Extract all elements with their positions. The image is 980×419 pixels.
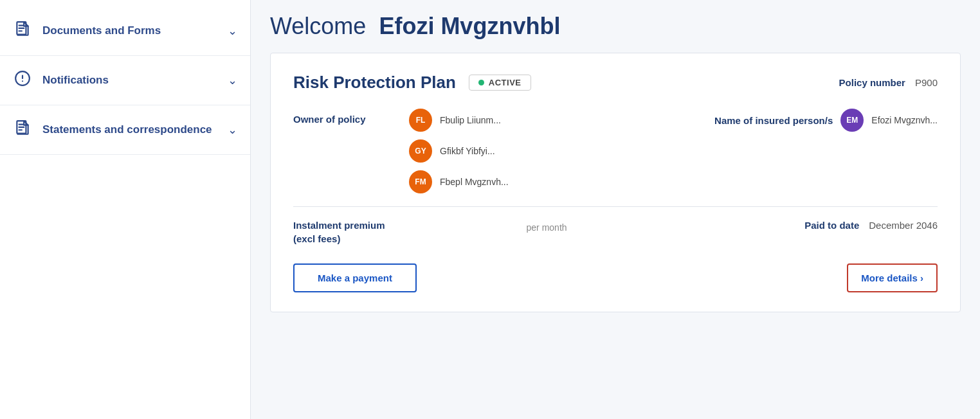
chevron-down-icon-documents: ⌄ xyxy=(228,24,237,38)
status-dot xyxy=(478,80,484,85)
main-content: Welcome Efozi Mvgznvhbl Risk Protection … xyxy=(251,0,980,419)
more-details-label: More details xyxy=(861,272,918,283)
statements-icon xyxy=(13,120,32,140)
documents-icon xyxy=(13,21,32,41)
status-badge: ACTIVE xyxy=(469,75,531,91)
owner-label: Owner of policy xyxy=(293,109,396,125)
sidebar: Documents and Forms ⌄ Notifications ⌄ St… xyxy=(0,0,251,419)
policy-number-value: P900 xyxy=(915,77,938,88)
make-payment-button[interactable]: Make a payment xyxy=(293,263,417,292)
welcome-label: Welcome xyxy=(270,13,366,40)
policy-card: Risk Protection Plan ACTIVE Policy numbe… xyxy=(270,53,961,312)
premium-label-line1: Instalment premium xyxy=(293,220,385,231)
more-details-button[interactable]: More details › xyxy=(847,263,938,292)
policy-bottom-row: Instalment premium (excl fees) per month… xyxy=(293,220,938,244)
avatar-fl: FL xyxy=(409,109,432,132)
owner-row-fl: FL Fbulip Liiunm... xyxy=(409,109,509,132)
sidebar-item-statements-label: Statements and correspondence xyxy=(42,123,217,136)
insured-label: Name of insured person/s xyxy=(714,115,833,126)
policy-title: Risk Protection Plan xyxy=(293,73,456,93)
paid-to-date-section: Paid to date December 2046 xyxy=(804,220,938,231)
sidebar-item-statements[interactable]: Statements and correspondence ⌄ xyxy=(0,105,250,155)
actions-row: Make a payment More details › xyxy=(293,263,938,292)
chevron-right-icon: › xyxy=(920,272,923,283)
sidebar-item-documents[interactable]: Documents and Forms ⌄ xyxy=(0,6,250,56)
paid-to-date-value: December 2046 xyxy=(869,220,938,231)
sidebar-item-notifications[interactable]: Notifications ⌄ xyxy=(0,56,250,105)
owner-name-fm: Fbepl Mvgznvh... xyxy=(440,177,509,187)
policy-number-group: Policy number P900 xyxy=(839,77,938,88)
policy-mid-row: Owner of policy FL Fbulip Liiunm... GY G… xyxy=(293,109,938,207)
insured-name: Efozi Mvgznvh... xyxy=(871,115,938,125)
avatar-em: EM xyxy=(840,109,864,132)
notifications-icon xyxy=(13,70,32,91)
owner-row-gy: GY Gfikbf Yibfyi... xyxy=(409,139,509,163)
owner-row-fm: FM Fbepl Mvgznvh... xyxy=(409,170,509,193)
policy-number-label: Policy number xyxy=(839,77,905,88)
sidebar-item-notifications-label: Notifications xyxy=(42,74,217,87)
status-text: ACTIVE xyxy=(489,78,522,87)
chevron-down-icon-statements: ⌄ xyxy=(228,123,237,137)
user-name: Efozi Mvgznvhbl xyxy=(379,13,560,40)
policy-top-row: Risk Protection Plan ACTIVE Policy numbe… xyxy=(293,73,938,93)
avatar-gy: GY xyxy=(409,139,432,163)
insured-section: Name of insured person/s EM Efozi Mvgznv… xyxy=(714,109,938,132)
paid-to-date-label: Paid to date xyxy=(804,220,859,231)
owners-list: FL Fbulip Liiunm... GY Gfikbf Yibfyi... … xyxy=(409,109,509,193)
avatar-fm: FM xyxy=(409,170,432,193)
owner-section: Owner of policy FL Fbulip Liiunm... GY G… xyxy=(293,109,509,193)
chevron-down-icon-notifications: ⌄ xyxy=(228,73,237,87)
owner-name-fl: Fbulip Liiunm... xyxy=(440,115,501,125)
sidebar-item-documents-label: Documents and Forms xyxy=(42,24,217,37)
per-month-label: per month xyxy=(527,222,567,233)
owner-name-gy: Gfikbf Yibfyi... xyxy=(440,146,495,156)
welcome-heading: Welcome Efozi Mvgznvhbl xyxy=(270,13,961,40)
premium-label-line2: (excl fees) xyxy=(293,233,385,244)
premium-section: Instalment premium (excl fees) xyxy=(293,220,385,244)
